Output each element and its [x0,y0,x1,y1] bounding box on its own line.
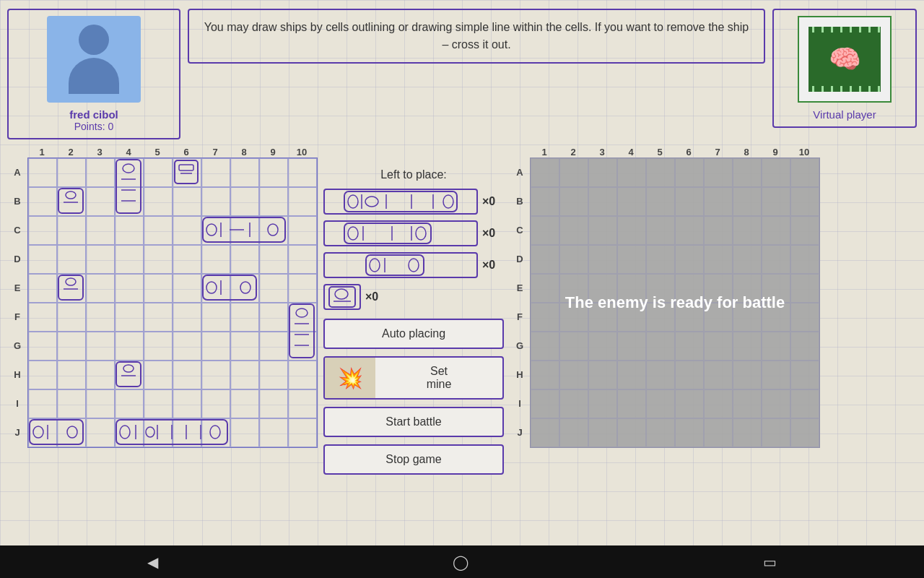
player-grid-cells[interactable]: for(let i=0;i<100;i++){ document.write('… [27,158,318,448]
player-cell-47[interactable] [230,274,259,303]
player-cell-85[interactable] [173,389,201,418]
player-cell-74[interactable] [144,361,173,389]
player-cell-46[interactable] [201,274,230,303]
player-cell-77[interactable] [230,361,259,389]
player-cell-40[interactable] [28,274,57,303]
player-cell-12[interactable] [86,187,115,216]
player-cell-91[interactable] [57,418,86,447]
player-cell-83[interactable] [115,389,144,418]
player-cell-23[interactable] [115,216,144,245]
player-cell-13[interactable] [115,187,144,216]
player-cell-0[interactable] [28,158,57,187]
player-cell-62[interactable] [86,332,115,361]
player-cell-78[interactable] [259,361,288,389]
player-cell-8[interactable] [259,158,288,187]
player-cell-61[interactable] [57,332,86,361]
player-cell-27[interactable] [230,216,259,245]
player-cell-68[interactable] [259,332,288,361]
player-cell-67[interactable] [230,332,259,361]
player-cell-20[interactable] [28,216,57,245]
player-cell-28[interactable] [259,216,288,245]
player-cell-35[interactable] [173,245,201,274]
stop-game-button[interactable]: Stop game [323,444,504,475]
player-cell-6[interactable] [201,158,230,187]
player-cell-41[interactable] [57,274,86,303]
player-cell-19[interactable] [288,187,317,216]
player-cell-25[interactable] [173,216,201,245]
player-cell-5[interactable] [173,158,201,187]
player-cell-64[interactable] [144,332,173,361]
player-cell-73[interactable] [115,361,144,389]
player-cell-75[interactable] [173,361,201,389]
player-cell-94[interactable] [144,418,173,447]
player-cell-50[interactable] [28,303,57,332]
back-button[interactable]: ◀ [147,553,158,571]
home-button[interactable]: ◯ [453,553,468,571]
player-cell-21[interactable] [57,216,86,245]
player-cell-70[interactable] [28,361,57,389]
player-cell-10[interactable] [28,187,57,216]
player-cell-43[interactable] [115,274,144,303]
player-cell-48[interactable] [259,274,288,303]
player-cell-65[interactable] [173,332,201,361]
player-cell-98[interactable] [259,418,288,447]
player-cell-87[interactable] [230,389,259,418]
player-cell-92[interactable] [86,418,115,447]
start-battle-button[interactable]: Start battle [323,407,504,437]
player-cell-52[interactable] [86,303,115,332]
recents-button[interactable]: ▭ [763,553,777,571]
player-cell-18[interactable] [259,187,288,216]
player-cell-72[interactable] [86,361,115,389]
player-cell-97[interactable] [230,418,259,447]
player-cell-15[interactable] [173,187,201,216]
player-cell-59[interactable] [288,303,317,332]
player-cell-69[interactable] [288,332,317,361]
player-cell-7[interactable] [230,158,259,187]
player-cell-76[interactable] [201,361,230,389]
player-cell-22[interactable] [86,216,115,245]
player-cell-29[interactable] [288,216,317,245]
player-cell-82[interactable] [86,389,115,418]
player-cell-80[interactable] [28,389,57,418]
player-cell-9[interactable] [288,158,317,187]
player-cell-90[interactable] [28,418,57,447]
player-cell-93[interactable] [115,418,144,447]
player-cell-99[interactable] [288,418,317,447]
player-cell-17[interactable] [230,187,259,216]
player-cell-45[interactable] [173,274,201,303]
player-cell-58[interactable] [259,303,288,332]
player-cell-2[interactable] [86,158,115,187]
player-cell-34[interactable] [144,245,173,274]
player-cell-60[interactable] [28,332,57,361]
set-mine-button[interactable]: 💥 Setmine [323,356,504,400]
player-cell-16[interactable] [201,187,230,216]
player-cell-14[interactable] [144,187,173,216]
player-cell-71[interactable] [57,361,86,389]
player-cell-39[interactable] [288,245,317,274]
player-cell-53[interactable] [115,303,144,332]
player-cell-88[interactable] [259,389,288,418]
player-cell-81[interactable] [57,389,86,418]
player-cell-4[interactable] [144,158,173,187]
player-cell-36[interactable] [201,245,230,274]
player-cell-54[interactable] [144,303,173,332]
player-cell-96[interactable] [201,418,230,447]
player-cell-1[interactable] [57,158,86,187]
player-cell-49[interactable] [288,274,317,303]
player-cell-42[interactable] [86,274,115,303]
player-cell-57[interactable] [230,303,259,332]
player-cell-11[interactable] [57,187,86,216]
player-cell-95[interactable] [173,418,201,447]
player-cell-32[interactable] [86,245,115,274]
auto-placing-button[interactable]: Auto placing [323,319,504,349]
player-cell-56[interactable] [201,303,230,332]
player-cell-44[interactable] [144,274,173,303]
player-cell-3[interactable] [115,158,144,187]
player-cell-89[interactable] [288,389,317,418]
player-cell-84[interactable] [144,389,173,418]
player-cell-79[interactable] [288,361,317,389]
player-cell-31[interactable] [57,245,86,274]
player-cell-30[interactable] [28,245,57,274]
player-cell-63[interactable] [115,332,144,361]
player-cell-66[interactable] [201,332,230,361]
